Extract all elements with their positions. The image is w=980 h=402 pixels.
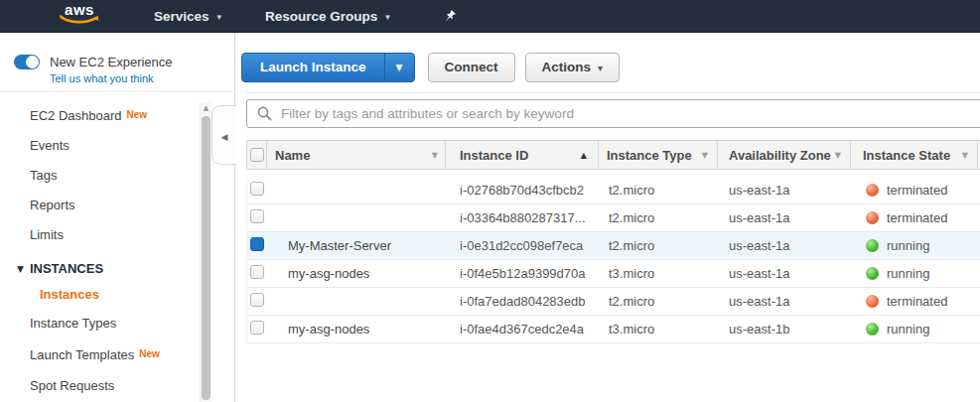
sidebar-section-instances[interactable]: ▼INSTANCES <box>17 259 103 279</box>
status-running-icon <box>866 239 879 252</box>
nav-resource-groups-menu[interactable]: Resource Groups▾ <box>265 0 390 33</box>
sidebar-item-launch-templates[interactable]: Launch TemplatesNew <box>30 344 160 364</box>
new-badge: New <box>127 109 148 120</box>
sidebar-section-label: INSTANCES <box>30 261 103 276</box>
column-header-instance-state[interactable]: Instance State▼ <box>851 141 978 169</box>
sidebar-item-label: Instances <box>40 287 99 302</box>
table-row[interactable]: i-03364b880287317... t2.micro us-east-1a… <box>247 204 980 232</box>
table-row[interactable]: my-asg-nodes i-0fae4d367cedc2e4a t3.micr… <box>247 316 980 343</box>
table-row-selected[interactable]: My-Master-Server i-0e31d2cc098ef7eca t2.… <box>247 232 980 260</box>
sort-desc-icon: ▼ <box>702 151 708 160</box>
column-header-availability-zone[interactable]: Availability Zone▼ <box>718 141 851 169</box>
sort-asc-icon: ▲ <box>581 151 587 160</box>
top-nav-bar: aws Services▾ Resource Groups▾ <box>0 0 980 33</box>
launch-instance-split-button[interactable]: Launch Instance ▼ <box>241 53 415 82</box>
sidebar-item-label: Launch Templates <box>30 347 134 362</box>
sort-desc-icon: ▼ <box>432 151 438 160</box>
launch-instance-button[interactable]: Launch Instance <box>242 54 384 81</box>
launch-instance-dropdown[interactable]: ▼ <box>384 54 414 81</box>
cell-instance-id: i-0e31d2cc098ef7eca <box>446 238 599 253</box>
row-checkbox[interactable] <box>250 209 264 223</box>
sidebar-collapse-button[interactable]: ◀ <box>211 105 236 165</box>
sidebar: New EC2 Experience Tell us what you thin… <box>0 33 235 402</box>
toolbar-divider <box>246 92 980 93</box>
cell-instance-state: running <box>887 266 929 281</box>
new-experience-toggle[interactable] <box>14 55 40 69</box>
table-row[interactable]: i-0fa7edad804283edb t2.micro us-east-1a … <box>247 288 980 316</box>
sidebar-item-label: EC2 Dashboard <box>30 108 122 123</box>
actions-button[interactable]: Actions▾ <box>525 53 621 82</box>
sidebar-item-spot-requests[interactable]: Spot Requests <box>30 376 114 396</box>
table-row[interactable]: my-asg-nodes i-0f4e5b12a9399d70a t3.micr… <box>247 260 980 288</box>
column-label: Instance Type <box>607 148 692 163</box>
cell-availability-zone: us-east-1a <box>718 210 851 225</box>
new-experience-label: New EC2 Experience <box>50 55 173 70</box>
cell-instance-type: t2.micro <box>599 294 718 309</box>
column-label: Name <box>275 148 310 163</box>
column-label: Instance ID <box>460 148 528 163</box>
cell-availability-zone: us-east-1a <box>718 183 851 198</box>
nav-services-label: Services <box>154 9 210 24</box>
filter-input[interactable] <box>281 101 980 126</box>
cell-instance-type: t2.micro <box>599 210 718 225</box>
table-row[interactable]: i-02768b70d43cfbcb2 t2.micro us-east-1a … <box>247 177 980 204</box>
column-header-instance-id[interactable]: Instance ID▲ <box>446 141 599 169</box>
sort-desc-icon: ▼ <box>835 151 841 160</box>
scrollbar-thumb[interactable] <box>202 116 210 400</box>
toggle-knob <box>26 56 39 68</box>
connect-button[interactable]: Connect <box>428 53 515 82</box>
sidebar-item-ec2-dashboard[interactable]: EC2 DashboardNew <box>30 105 147 125</box>
sidebar-item-label: Instance Types <box>30 316 116 331</box>
row-checkbox[interactable] <box>250 293 264 307</box>
column-label: Availability Zone <box>729 148 831 163</box>
aws-logo[interactable]: aws <box>57 2 102 25</box>
cell-instance-type: t3.micro <box>599 266 718 281</box>
cell-instance-id: i-03364b880287317... <box>446 210 599 225</box>
cell-instance-id: i-0fa7edad804283edb <box>446 294 599 309</box>
actions-button-label: Actions <box>542 60 592 74</box>
row-checkbox[interactable] <box>250 321 264 335</box>
main-content: Launch Instance ▼ Connect Actions▾ Name▼… <box>235 33 980 402</box>
column-header-name[interactable]: Name▼ <box>267 141 446 169</box>
sidebar-divider <box>0 91 235 92</box>
chevron-down-icon: ▾ <box>598 63 603 73</box>
status-running-icon <box>866 267 879 280</box>
header-checkbox-cell <box>247 141 267 169</box>
section-caret-icon: ▼ <box>17 264 24 274</box>
sidebar-item-label: Reports <box>30 198 75 212</box>
feedback-link[interactable]: Tell us what you think <box>50 72 154 84</box>
row-checkbox[interactable] <box>250 265 264 279</box>
cell-instance-id: i-0fae4d367cedc2e4a <box>446 322 599 336</box>
cell-instance-state: terminated <box>887 210 947 225</box>
search-icon <box>256 105 273 122</box>
sidebar-item-reports[interactable]: Reports <box>30 196 75 215</box>
pushpin-icon[interactable] <box>442 9 457 25</box>
row-checkbox[interactable] <box>250 182 264 196</box>
cell-name: my-asg-nodes <box>267 322 446 336</box>
scroll-up-icon[interactable]: ▲ <box>201 102 211 115</box>
sidebar-item-instances[interactable]: Instances <box>40 285 99 305</box>
column-label: Instance State <box>863 148 950 163</box>
cell-instance-state: terminated <box>887 183 947 198</box>
sidebar-item-limits[interactable]: Limits <box>30 225 64 245</box>
status-running-icon <box>866 323 879 335</box>
sort-desc-icon: ▼ <box>962 151 968 160</box>
cell-name: my-asg-nodes <box>267 266 446 281</box>
sidebar-item-tags[interactable]: Tags <box>30 166 57 186</box>
chevron-down-icon: ▾ <box>385 12 390 22</box>
instances-table: Name▼ Instance ID▲ Instance Type▼ Availa… <box>246 140 980 343</box>
cell-instance-state: terminated <box>887 294 947 309</box>
nav-services-menu[interactable]: Services▾ <box>154 0 221 33</box>
column-header-instance-type[interactable]: Instance Type▼ <box>599 141 718 169</box>
sidebar-scrollbar[interactable]: ▲ <box>200 102 211 402</box>
filter-bar[interactable] <box>246 99 980 128</box>
select-all-checkbox[interactable] <box>250 148 264 162</box>
cell-availability-zone: us-east-1b <box>718 322 851 336</box>
sidebar-item-label: Spot Requests <box>30 378 114 393</box>
row-checkbox-checked[interactable] <box>250 237 264 251</box>
toolbar: Launch Instance ▼ Connect Actions▾ <box>241 53 620 82</box>
sidebar-item-events[interactable]: Events <box>30 136 70 156</box>
cell-availability-zone: us-east-1a <box>718 266 851 281</box>
cell-instance-type: t2.micro <box>599 238 718 253</box>
sidebar-item-instance-types[interactable]: Instance Types <box>30 314 116 334</box>
